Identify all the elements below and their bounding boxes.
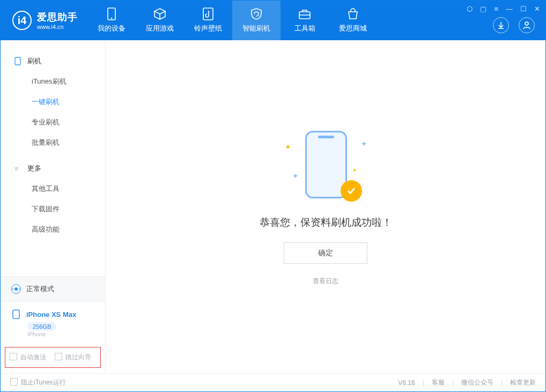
sidebar-group-flash: 刷机 xyxy=(1,51,105,71)
device-mode-row[interactable]: 正常模式 xyxy=(1,277,105,301)
close-button[interactable]: ✕ xyxy=(534,5,540,13)
top-nav: 我的设备 应用游戏 铃声壁纸 智能刷机 工具箱 爱思商城 xyxy=(87,1,377,40)
toolbox-icon xyxy=(297,8,312,20)
note-icon[interactable]: ▢ xyxy=(480,5,486,13)
cube-icon xyxy=(152,8,167,20)
shirt-icon[interactable]: ⬡ xyxy=(467,5,473,13)
sparkle-icon: ✦ xyxy=(292,172,299,180)
nav-my-device[interactable]: 我的设备 xyxy=(87,1,136,40)
sidebar-item-other-tools[interactable]: 其他工具 xyxy=(1,179,105,199)
separator: | xyxy=(423,379,424,387)
nav-label: 我的设备 xyxy=(98,24,126,33)
nav-flash[interactable]: 智能刷机 xyxy=(232,1,281,40)
sidebar-item-itunes-flash[interactable]: iTunes刷机 xyxy=(1,71,105,92)
device-capacity: 256GB xyxy=(27,322,56,331)
separator: | xyxy=(501,379,503,387)
sidebar-item-batch-flash[interactable]: 批量刷机 xyxy=(1,132,105,153)
checkbox-icon[interactable] xyxy=(55,353,62,360)
sidebar-item-pro-flash[interactable]: 专业刷机 xyxy=(1,112,105,132)
support-link[interactable]: 客服 xyxy=(432,378,445,387)
svg-point-1 xyxy=(111,18,112,19)
sparkle-icon: ✦ xyxy=(352,167,357,173)
nav-toolbox[interactable]: 工具箱 xyxy=(281,1,329,40)
sidebar-group-more: ≡ 更多 xyxy=(1,158,105,179)
version-label: V8.16 xyxy=(398,379,415,387)
view-log-link[interactable]: 查看日志 xyxy=(313,277,338,286)
checkbox-block-itunes[interactable]: 阻止iTunes运行 xyxy=(10,378,66,387)
ok-button[interactable]: 确定 xyxy=(284,242,367,264)
sidebar-item-oneclick-flash[interactable]: 一键刷机 xyxy=(1,92,105,112)
minimize-button[interactable]: ― xyxy=(506,5,513,13)
nav-label: 智能刷机 xyxy=(242,24,270,33)
download-button[interactable] xyxy=(493,17,509,33)
nav-label: 工具箱 xyxy=(294,24,315,33)
status-bar: 阻止iTunes运行 V8.16 | 客服 | 微信公众号 | 检查更新 xyxy=(1,373,545,391)
maximize-button[interactable]: ☐ xyxy=(520,5,527,13)
window-controls: ⬡ ▢ ≡ ― ☐ ✕ xyxy=(461,1,545,17)
nav-apps[interactable]: 应用游戏 xyxy=(136,1,184,40)
mode-icon xyxy=(11,284,21,294)
device-small-icon xyxy=(14,57,22,65)
checkbox-auto-activate[interactable]: 自动激活 xyxy=(10,353,46,362)
success-message: 恭喜您，保资料刷机成功啦！ xyxy=(260,216,392,230)
list-icon: ≡ xyxy=(14,165,22,173)
shield-refresh-icon xyxy=(249,8,264,20)
svg-rect-6 xyxy=(13,310,19,319)
success-illustration: ✦ ✦ ✦ ✦ xyxy=(283,128,368,203)
separator: | xyxy=(452,379,454,387)
update-link[interactable]: 检查更新 xyxy=(510,378,536,387)
nav-store[interactable]: 爱思商城 xyxy=(329,1,377,40)
device-name: iPhone XS Max xyxy=(26,310,76,319)
sparkle-icon: ✦ xyxy=(285,143,291,151)
device-os: iPhone xyxy=(27,331,105,344)
app-url: www.i4.cn xyxy=(37,24,78,30)
wechat-link[interactable]: 微信公众号 xyxy=(461,378,493,387)
nav-label: 铃声壁纸 xyxy=(194,24,222,33)
nav-label: 应用游戏 xyxy=(146,24,174,33)
nav-ringtones[interactable]: 铃声壁纸 xyxy=(184,1,232,40)
group-title: 刷机 xyxy=(27,56,41,66)
checkbox-skip-guide[interactable]: 跳过向导 xyxy=(55,353,91,362)
music-file-icon xyxy=(201,8,216,20)
svg-rect-5 xyxy=(15,57,20,65)
app-logo: i4 爱思助手 www.i4.cn xyxy=(1,1,87,40)
app-title: 爱思助手 xyxy=(37,11,78,24)
menu-icon[interactable]: ≡ xyxy=(494,5,498,13)
svg-point-4 xyxy=(525,22,528,25)
flash-options-highlight: 自动激活 跳过向导 xyxy=(5,347,101,368)
phone-outline-icon xyxy=(11,309,21,319)
logo-icon: i4 xyxy=(12,11,32,30)
phone-icon xyxy=(104,8,119,20)
device-row[interactable]: iPhone XS Max xyxy=(1,301,105,321)
group-title: 更多 xyxy=(27,164,41,173)
nav-label: 爱思商城 xyxy=(339,24,367,33)
check-badge-icon xyxy=(341,180,362,202)
svg-rect-2 xyxy=(203,8,213,20)
sidebar-item-advanced[interactable]: 高级功能 xyxy=(1,219,105,240)
sidebar: 刷机 iTunes刷机 一键刷机 专业刷机 批量刷机 ≡ 更多 其他工具 下载固… xyxy=(1,40,106,373)
sparkle-icon: ✦ xyxy=(361,139,367,148)
user-button[interactable] xyxy=(519,17,535,33)
main-content: ✦ ✦ ✦ ✦ 恭喜您，保资料刷机成功啦！ 确定 查看日志 xyxy=(106,40,545,373)
header-bar: i4 爱思助手 www.i4.cn 我的设备 应用游戏 铃声壁纸 智能刷机 xyxy=(1,1,545,40)
checkbox-icon[interactable] xyxy=(10,353,17,360)
sidebar-item-download-firmware[interactable]: 下载固件 xyxy=(1,199,105,219)
device-mode: 正常模式 xyxy=(26,284,54,294)
checkbox-icon[interactable] xyxy=(10,378,18,386)
bag-icon xyxy=(345,8,360,20)
